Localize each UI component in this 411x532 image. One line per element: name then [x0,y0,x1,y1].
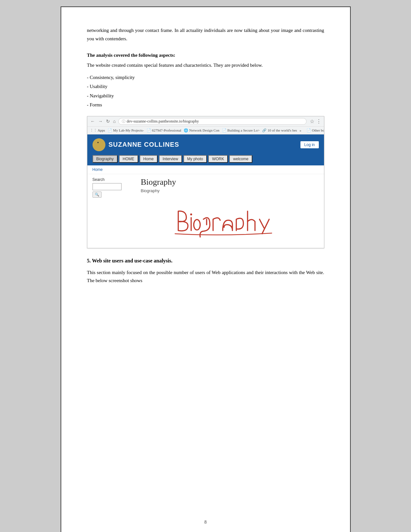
site-title-text: SUZANNE COLLINES [109,141,179,148]
bookmarks-bar: ⋮⋮ Apps 📄 My Lab-My Projects- 📄 627947-P… [87,127,324,134]
bookmark-627[interactable]: 📄 627947-Professional [147,128,181,133]
svg-point-4 [194,220,200,230]
nav-tab-home-caps[interactable]: HOME [119,155,138,163]
url-bar[interactable]: ⓘ dev-suzanne-collins.pantheonsite.io/bi… [118,118,307,125]
reload-button[interactable]: ↻ [105,119,111,124]
website-main-content: Biography Biography [141,177,319,245]
bookmark-secure[interactable]: 📄 Building a Secure Lo> [222,128,260,133]
breadcrumb: Home [87,165,324,174]
browser-screenshot: ← → ↻ ⌂ ⓘ dev-suzanne-collins.pantheonsi… [87,116,324,248]
site-logo: SUZANNE COLLINES [93,138,300,151]
website-header: SUZANNE COLLINES Log in [87,134,324,155]
feature-item-3: - Navigability [87,91,324,101]
bookmark-lab[interactable]: 📄 My Lab-My Projects- [108,128,144,133]
forward-button[interactable]: → [98,119,103,124]
biography-signature [141,198,319,245]
search-button[interactable]: 🔍 [93,192,102,198]
intro-paragraph: networking and through your contact fram… [87,26,324,43]
browser-menu-icon[interactable]: ⋮ [316,118,321,124]
svg-point-2 [97,142,99,143]
nav-tab-myphoto[interactable]: My photo [183,155,207,163]
login-button[interactable]: Log in [300,141,319,148]
browser-address-bar: ← → ↻ ⌂ ⓘ dev-suzanne-collins.pantheonsi… [87,116,324,127]
feature-item-4: - Forms [87,100,324,110]
bookmark-10world[interactable]: 🔗 10 of the world's bes [262,128,297,133]
search-label: Search [93,177,134,182]
website-body: Search 🔍 Biography Biography [87,174,324,248]
features-intro: The website created contains special fea… [87,61,324,70]
logo-icon [93,138,105,151]
website-sidebar: Search 🔍 [93,177,134,245]
website-content: SUZANNE COLLINES Log in Biography HOME H… [87,134,324,248]
nav-tab-home[interactable]: Home [140,155,158,163]
document-page: networking and through your contact fram… [61,6,351,532]
nav-tab-biography[interactable]: Biography [93,155,118,163]
header-inner: SUZANNE COLLINES Log in [93,138,319,151]
nav-tab-work[interactable]: WORK [208,155,228,163]
feature-item-2: - Usability [87,82,324,91]
back-button[interactable]: ← [90,119,96,124]
feature-item-1: - Consistency, simplicity [87,73,324,82]
biography-page-title: Biography [141,177,319,187]
section5-body: This section mainly focused on the possi… [87,269,324,285]
bookmark-more[interactable]: » [299,128,301,132]
url-text: dev-suzanne-collins.pantheonsite.io/biog… [127,119,199,124]
analysis-heading: The analysis covered the following aspec… [87,53,324,58]
breadcrumb-home-link[interactable]: Home [93,167,103,172]
page-number: 8 [204,520,207,525]
security-icon: ⓘ [122,119,125,124]
biography-subtitle: Biography [141,188,319,193]
home-button[interactable]: ⌂ [113,119,116,124]
website-nav: Biography HOME Home Interview My photo W… [87,155,324,165]
bookmark-network[interactable]: 🌐 Network Design Con [184,128,219,133]
search-input[interactable] [93,183,122,190]
bookmark-other[interactable]: 📄 Other bookmarks [307,128,324,133]
nav-tab-welcome[interactable]: welcome [229,155,252,163]
nav-tab-interview[interactable]: Interview [159,155,182,163]
bookmark-apps[interactable]: ⋮⋮ Apps [90,128,105,133]
bookmark-star[interactable]: ☆ [310,118,314,124]
signature-svg [169,202,291,240]
feature-list: - Consistency, simplicity - Usability - … [87,73,324,110]
svg-point-3 [190,213,192,215]
section5-heading: 5. Web site users and use-case analysis. [87,258,324,264]
